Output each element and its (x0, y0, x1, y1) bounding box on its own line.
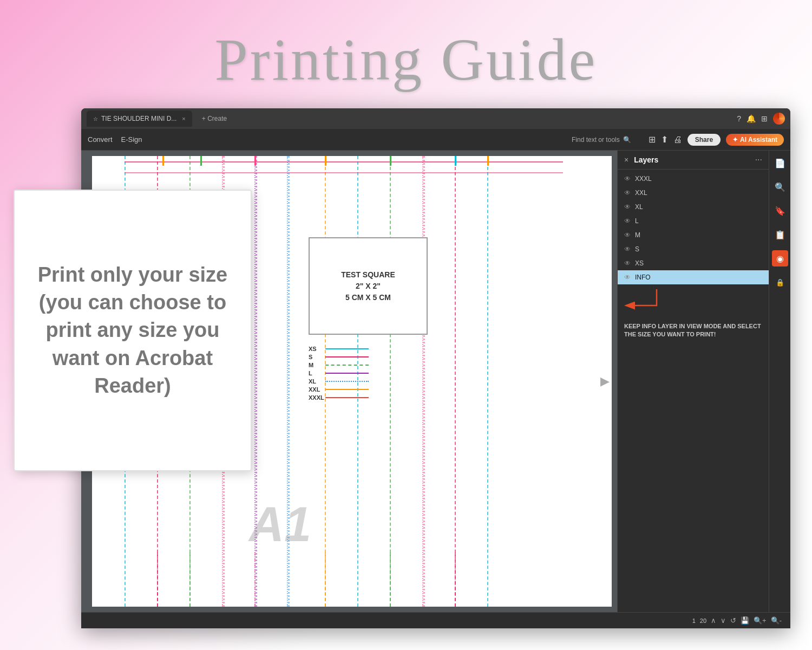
title-area: Printing Guide (0, 0, 812, 119)
layer-xs[interactable]: 👁 XS (618, 256, 769, 270)
toolbar-right: ⊞ ⬆ 🖨 Share ✦ AI Assistant (649, 134, 784, 146)
print-icon[interactable]: 🖨 (673, 135, 682, 145)
info-card: Print only your size (you can choose to … (14, 190, 252, 471)
search-area: Find text or tools 🔍 (572, 136, 631, 144)
layers-list: 👁 XXXL 👁 XXL 👁 XL 👁 L 👁 M (618, 170, 769, 612)
layer-xxl[interactable]: 👁 XXL (618, 186, 769, 200)
ai-icon: ✦ (732, 136, 738, 144)
eye-icon-info: 👁 (624, 274, 631, 281)
sidebar-page-icon[interactable]: 📄 (772, 155, 788, 171)
layers-header: × Layers ··· (618, 151, 769, 170)
layer-m[interactable]: 👁 M (618, 228, 769, 242)
search-icon[interactable]: 🔍 (623, 136, 631, 144)
eye-icon-s: 👁 (624, 245, 631, 253)
convert-button[interactable]: Convert (88, 135, 113, 144)
upload-icon[interactable]: ⬆ (661, 134, 668, 145)
sidebar-bookmark-icon[interactable]: 🔖 (772, 203, 788, 219)
eye-icon-l: 👁 (624, 217, 631, 225)
layer-info[interactable]: 👁 INFO (618, 270, 769, 284)
sidebar-lock-icon[interactable]: 🔒 (772, 274, 788, 290)
zoom-down-icon[interactable]: ∨ (721, 616, 726, 625)
zoom-in-icon[interactable]: 🔍+ (754, 616, 767, 625)
eye-icon-xs: 👁 (624, 259, 631, 267)
ai-assistant-button[interactable]: ✦ AI Assistant (726, 134, 784, 146)
sidebar-layers-icon[interactable]: ◉ (772, 250, 788, 266)
sidebar-search-icon[interactable]: 🔍 (772, 179, 788, 195)
save-icon[interactable]: 💾 (741, 616, 749, 625)
eye-icon-xxxl: 👁 (624, 175, 631, 183)
test-square: TEST SQUARE 2" X 2" 5 CM X 5 CM (309, 237, 428, 335)
layers-panel: × Layers ··· 👁 XXXL 👁 XXL 👁 XL 👁 (617, 151, 769, 612)
zoom-out-icon[interactable]: 🔍- (771, 616, 782, 625)
test-square-text: TEST SQUARE 2" X 2" 5 CM X 5 CM (341, 269, 395, 303)
eye-icon-m: 👁 (624, 231, 631, 239)
layer-xxxl[interactable]: 👁 XXXL (618, 172, 769, 186)
layer-l[interactable]: 👁 L (618, 214, 769, 228)
zoom-up-icon[interactable]: ∧ (711, 616, 716, 625)
layer-arrow-area (618, 284, 769, 318)
share-button[interactable]: Share (687, 134, 721, 146)
a1-watermark: A1 (249, 497, 311, 552)
page-number: 1 (692, 618, 696, 624)
eye-icon-xl: 👁 (624, 203, 631, 211)
layers-title: Layers (634, 155, 755, 164)
search-text: Find text or tools (572, 136, 620, 144)
bottom-bar: 1 20 ∧ ∨ ↺ 💾 🔍+ 🔍- (81, 612, 790, 628)
toolbar: Convert E-Sign Find text or tools 🔍 ⊞ ⬆ … (81, 129, 790, 151)
refresh-icon[interactable]: ↺ (730, 616, 736, 625)
sidebar-copy-icon[interactable]: 📋 (772, 226, 788, 243)
page-title: Printing Guide (215, 25, 598, 94)
instruction-text: KEEP INFO LAYER IN VIEW MODE AND SELECT … (618, 318, 769, 343)
eye-icon-xxl: 👁 (624, 189, 631, 197)
esign-button[interactable]: E-Sign (121, 135, 142, 144)
right-sidebar: 📄 🔍 🔖 📋 ◉ 🔒 (769, 151, 790, 612)
layers-menu-button[interactable]: ··· (755, 155, 762, 165)
ai-label: AI Assistant (740, 136, 777, 144)
layers-close-button[interactable]: × (624, 155, 628, 164)
total-pages: 20 (700, 618, 706, 624)
size-legend: XS S M L XL (309, 346, 369, 402)
grid-icon[interactable]: ⊞ (649, 134, 656, 145)
info-card-text: Print only your size (you can choose to … (15, 250, 251, 411)
layer-s[interactable]: 👁 S (618, 242, 769, 256)
layer-xl[interactable]: 👁 XL (618, 200, 769, 214)
pdf-next-arrow[interactable]: ▶ (600, 374, 610, 388)
